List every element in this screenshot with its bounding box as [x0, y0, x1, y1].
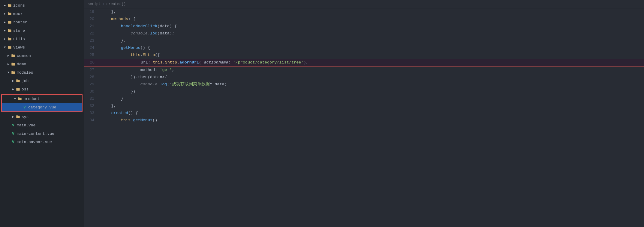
sidebar-item-job[interactable]: job [0, 77, 84, 85]
breadcrumb: script › created() [84, 0, 644, 8]
sidebar-item-icons[interactable]: icons [0, 1, 84, 10]
folder-icon [7, 45, 12, 50]
sidebar-item-demo[interactable]: demo [0, 60, 84, 68]
sidebar-item-common[interactable]: common [0, 52, 84, 60]
sidebar-item-main.vue[interactable]: Vmain.vue [0, 121, 84, 129]
line-content: }, [99, 102, 644, 110]
sidebar-item-label: product [23, 97, 40, 101]
breadcrumb-script: script [88, 2, 101, 6]
sidebar-item-label: demo [17, 62, 26, 66]
sidebar-item-label: sys [22, 115, 29, 119]
folder-icon [16, 78, 20, 83]
line-number: 27 [84, 66, 99, 74]
code-editor: script › created() 19 },20 methods: {21 … [84, 0, 644, 227]
code-line: 21 handleNodeClick(data) { [84, 23, 644, 30]
code-line: 32 }, [84, 102, 644, 110]
vue-file-icon: V [11, 140, 16, 144]
sidebar-item-category.vue[interactable]: Vcategory.vue [2, 103, 82, 111]
code-line: 25 this.$http({ [84, 52, 644, 59]
sidebar-item-label: category.vue [28, 105, 56, 110]
vue-file-icon: V [11, 123, 16, 128]
folder-icon [7, 20, 12, 25]
sidebar-item-label: oss [22, 87, 29, 92]
sidebar-item-label: job [22, 79, 29, 83]
sidebar-item-store[interactable]: store [0, 26, 84, 35]
sidebar-item-product[interactable]: product [2, 95, 82, 103]
folder-icon [7, 11, 12, 16]
line-number: 21 [84, 23, 99, 30]
tree-arrow [2, 11, 7, 16]
tree-arrow [11, 78, 16, 83]
folder-icon [11, 70, 16, 75]
tree-arrow [2, 37, 7, 41]
code-line: 30 }) [84, 88, 644, 95]
line-content: this.$http({ [99, 52, 644, 59]
code-line: 34 this.getMenus() [84, 117, 644, 124]
sidebar-item-label: modules [17, 70, 33, 75]
code-line: 20 methods: { [84, 16, 644, 23]
sidebar-item-main-content.vue[interactable]: Vmain-content.vue [0, 129, 84, 138]
line-number: 34 [84, 117, 99, 124]
product-folder-group: productVcategory.vue [1, 94, 83, 112]
code-line: 19 }, [84, 8, 644, 16]
sidebar-item-label: main.vue [17, 123, 35, 128]
sidebar-item-mock[interactable]: mock [0, 10, 84, 18]
folder-icon [11, 62, 16, 66]
tree-arrow [11, 87, 16, 92]
folder-icon [17, 96, 22, 101]
code-lines: 19 },20 methods: {21 handleNodeClick(dat… [84, 8, 644, 227]
line-number: 33 [84, 110, 99, 117]
code-line: 26 url: this.$http.adornUrl( actionName:… [84, 59, 644, 66]
sidebar-item-label: utils [13, 37, 25, 41]
line-number: 23 [84, 37, 99, 44]
line-number: 30 [84, 88, 99, 95]
file-tree: icons mock router store utils views comm… [0, 0, 84, 227]
line-number: 24 [84, 44, 99, 52]
line-number: 22 [84, 30, 99, 37]
folder-icon [16, 114, 20, 119]
vue-file-icon: V [22, 105, 27, 110]
line-content: this.getMenus() [99, 117, 644, 124]
line-content: console.log("成功获取到菜单数据",data) [99, 81, 644, 88]
line-content: }).then(data=>{ [99, 74, 644, 81]
line-number: 19 [84, 8, 99, 16]
line-number: 32 [84, 102, 99, 110]
line-number: 20 [84, 16, 99, 23]
line-content: created() { [99, 110, 644, 117]
tree-arrow [2, 28, 7, 33]
code-line: 27 method: 'get', [84, 66, 644, 74]
code-line: 29 console.log("成功获取到菜单数据",data) [84, 81, 644, 88]
sidebar-item-router[interactable]: router [0, 18, 84, 26]
line-content: handleNodeClick(data) { [99, 23, 644, 30]
folder-icon [7, 37, 12, 41]
sidebar-item-label: main-navbar.vue [17, 140, 52, 144]
code-line: 24 getMenus() { [84, 44, 644, 52]
line-content: console.log(data); [99, 30, 644, 37]
tree-arrow [2, 20, 7, 25]
sidebar-item-modules[interactable]: modules [0, 68, 84, 77]
sidebar-item-views[interactable]: views [0, 43, 84, 52]
sidebar-item-label: mock [13, 12, 23, 16]
line-content: } [99, 95, 644, 102]
sidebar-item-label: common [17, 54, 31, 58]
line-number: 29 [84, 81, 99, 88]
sidebar-item-utils[interactable]: utils [0, 35, 84, 43]
sidebar-item-sys[interactable]: sys [0, 113, 84, 121]
tree-arrow [6, 53, 11, 58]
sidebar-item-label: views [13, 45, 25, 50]
code-line: 22 console.log(data); [84, 30, 644, 37]
line-content: method: 'get', [99, 66, 644, 74]
vue-file-icon: V [11, 131, 16, 136]
sidebar-item-main-navbar.vue[interactable]: Vmain-navbar.vue [0, 138, 84, 146]
folder-icon [16, 87, 20, 92]
line-content: getMenus() { [99, 44, 644, 52]
sidebar-item-label: icons [13, 3, 25, 8]
line-content: }, [99, 37, 644, 44]
line-number: 31 [84, 95, 99, 102]
sidebar-item-oss[interactable]: oss [0, 85, 84, 93]
code-line: 31 } [84, 95, 644, 102]
line-number: 28 [84, 74, 99, 81]
tree-arrow [2, 3, 7, 8]
breadcrumb-created: created() [106, 2, 126, 6]
sidebar-item-label: store [13, 28, 25, 33]
